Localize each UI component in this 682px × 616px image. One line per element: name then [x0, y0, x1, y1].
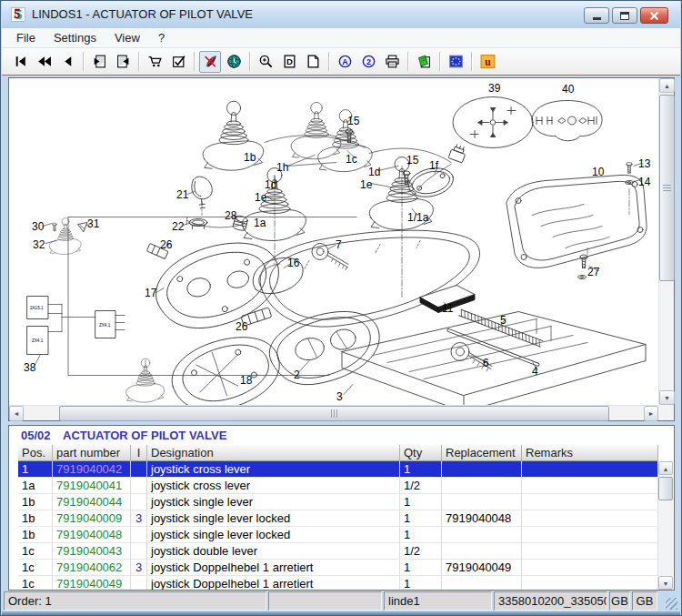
shopping-cart-button[interactable] — [144, 51, 165, 73]
diagram-part-label[interactable]: 11 — [442, 302, 454, 315]
column-header[interactable]: Replacement — [442, 445, 522, 461]
scroll-up-button[interactable]: ▲ — [659, 78, 675, 93]
resize-grip[interactable] — [659, 591, 678, 611]
table-row[interactable]: 1a7919040041joystick cross lever1/2 — [18, 478, 658, 494]
diagram-part-label[interactable]: 2 — [294, 369, 300, 381]
diagram-part-label[interactable]: 3 — [336, 390, 343, 403]
title-bar[interactable]: 5 5 LINDOS1 - ACTUATOR OF PILOT VALVE — [2, 1, 680, 28]
column-header[interactable]: part number — [53, 445, 131, 461]
diagram-part-label[interactable]: 6 — [483, 357, 489, 369]
go-previous-button[interactable] — [56, 51, 78, 73]
column-header[interactable]: Pos. — [18, 445, 53, 461]
page-back-button[interactable] — [88, 51, 110, 73]
column-header[interactable]: Remarks — [522, 445, 658, 461]
diagram-part-label[interactable]: 30 — [32, 220, 45, 233]
maximize-button[interactable] — [612, 7, 637, 24]
update-u-button[interactable]: u — [476, 51, 498, 73]
cell-pos: 1c — [18, 543, 53, 560]
diagram-part-label[interactable]: 1d — [368, 166, 380, 178]
table-row[interactable]: 1c7919040049joystick Doppelhebel 1 arret… — [18, 576, 658, 591]
cell-designation: joystick Doppelhebel 1 arretiert — [147, 576, 400, 591]
diagram-part-label[interactable]: 26 — [160, 238, 173, 251]
table-row[interactable]: 1b79190400093joystick single lever locke… — [18, 510, 658, 527]
svg-text:D: D — [286, 56, 293, 66]
diagram-part-label[interactable]: 27 — [587, 266, 600, 278]
vertical-scroll-thumb[interactable] — [659, 95, 675, 281]
print-button[interactable] — [381, 51, 403, 73]
diagram-part-label[interactable]: 40 — [562, 83, 575, 96]
column-header[interactable]: I — [131, 445, 147, 461]
diagram-part-label[interactable]: 17 — [145, 287, 157, 299]
eu-flag-button[interactable] — [445, 51, 466, 73]
diagram-part-label[interactable]: 10 — [592, 166, 605, 178]
go-first-button[interactable] — [9, 51, 31, 73]
zoom-in-button[interactable] — [255, 51, 276, 73]
diagram-part-label[interactable]: 7 — [336, 238, 342, 251]
diagram-part-label[interactable]: 4 — [532, 365, 538, 378]
table-vertical-scrollbar[interactable]: ▲ ▼ — [658, 461, 673, 590]
menu-item-view[interactable]: View — [105, 29, 149, 46]
go-rewind-button[interactable] — [33, 51, 55, 73]
diagram-part-label[interactable]: 21 — [176, 188, 189, 201]
table-scroll-thumb[interactable] — [658, 477, 673, 500]
diagram-part-label[interactable]: 26 — [236, 320, 248, 333]
diagram-vertical-scrollbar[interactable]: ▲ ▼ — [658, 78, 674, 405]
diagram-part-label[interactable]: 1/1a — [407, 211, 429, 224]
diagram-part-label[interactable]: 1h — [276, 161, 288, 174]
menu-item-file[interactable]: File — [7, 29, 45, 46]
close-button[interactable] — [640, 7, 668, 24]
svg-text:2: 2 — [366, 57, 370, 66]
table-scroll-up-button[interactable]: ▲ — [658, 461, 673, 475]
diagram-canvas: 2A15.1 ZX4.1 ZX4.1 3940151b1h1c1d1e151f1… — [8, 77, 675, 421]
diagram-part-label[interactable]: 15 — [347, 115, 360, 127]
diagram-part-label[interactable]: 1c — [346, 153, 357, 166]
diagram-part-label[interactable]: 39 — [488, 82, 501, 95]
table-row[interactable]: 1c79190400623joystick Doppelhebel 1 arre… — [18, 560, 658, 576]
diagram-part-label[interactable]: 18 — [240, 374, 253, 387]
document-page-button[interactable] — [302, 51, 324, 73]
menu-item-settings[interactable]: Settings — [45, 29, 105, 46]
minimize-button[interactable] — [584, 7, 609, 24]
table-row[interactable]: 1b7919040048joystick single lever locked… — [18, 527, 658, 543]
diagram-part-label[interactable]: 1f — [429, 159, 439, 172]
notes-button[interactable] — [413, 51, 435, 73]
world-time-button[interactable] — [223, 51, 245, 73]
search-alpha-button[interactable]: A — [334, 51, 356, 73]
diagram-part-label[interactable]: 32 — [33, 238, 45, 251]
scroll-down-button[interactable]: ▼ — [659, 390, 675, 405]
diagram-part-label[interactable]: 28 — [225, 209, 237, 222]
diagram-part-label[interactable]: 38 — [24, 361, 36, 374]
horizontal-scroll-thumb[interactable] — [59, 406, 609, 421]
scroll-left-button[interactable]: ◄ — [9, 406, 24, 421]
table-row[interactable]: 17919040042joystick cross lever1 — [18, 461, 658, 478]
order-checklist-button[interactable] — [167, 51, 189, 73]
cell-part-number: 7919040048 — [53, 527, 131, 543]
menu-item-help[interactable]: ? — [149, 29, 174, 46]
table-scroll-down-button[interactable]: ▼ — [658, 576, 673, 590]
diagram-part-label[interactable]: 16 — [287, 257, 300, 269]
diagram-part-label[interactable]: 1b — [244, 151, 256, 164]
diagram-part-label[interactable]: 1a — [254, 217, 266, 229]
diagram-part-label[interactable]: 1e — [360, 178, 373, 191]
search-number-button[interactable]: 2 — [357, 51, 379, 73]
page-forward-button[interactable] — [112, 51, 134, 73]
diagram-part-label[interactable]: 13 — [638, 157, 651, 170]
cell-remarks — [522, 510, 658, 527]
table-row[interactable]: 1c7919040043joystick double lever1/2 — [18, 543, 658, 560]
table-row[interactable]: 1b7919040044joystick single lever1 — [18, 494, 658, 510]
document-detail-button[interactable]: D — [278, 51, 300, 73]
diagram-part-label[interactable]: 1d — [265, 178, 276, 191]
column-header[interactable]: Qty — [400, 445, 442, 461]
svg-text:u: u — [485, 56, 491, 68]
diagram-part-label[interactable]: 1e — [255, 191, 267, 204]
diagram-horizontal-scrollbar[interactable]: ◄ ► — [9, 405, 658, 420]
column-header[interactable]: Designation — [147, 445, 400, 461]
exploded-parts-diagram[interactable]: 2A15.1 ZX4.1 ZX4.1 3940151b1h1c1d1e151f1… — [9, 78, 658, 405]
diagram-part-label[interactable]: 31 — [87, 217, 100, 230]
annotation-pen-off-button[interactable] — [199, 51, 221, 73]
diagram-part-label[interactable]: 15 — [406, 154, 419, 167]
diagram-part-label[interactable]: 5 — [500, 314, 506, 327]
scroll-right-button[interactable]: ► — [644, 406, 658, 421]
diagram-part-label[interactable]: 22 — [172, 220, 185, 233]
diagram-part-label[interactable]: 14 — [638, 176, 651, 188]
